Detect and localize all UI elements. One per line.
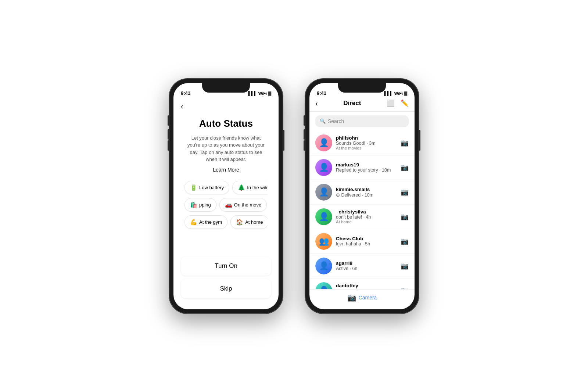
dm-item-phillsohn[interactable]: 👤 phillsohn Sounds Good! · 3m At the mov… [309, 131, 415, 155]
time-1: 9:41 [181, 90, 190, 96]
camera-bottom-label[interactable]: Camera [359, 295, 377, 301]
chip-at-home[interactable]: 🏠 At home [230, 215, 268, 229]
shopping-emoji: 🛍️ [190, 201, 197, 208]
home-emoji: 🏠 [236, 219, 243, 226]
skip-button[interactable]: Skip [181, 279, 271, 298]
in-the-wild-emoji: 🌲 [238, 184, 245, 191]
dm-message-phillsohn: Sounds Good! · 3m [336, 141, 397, 146]
dm-item-kimmie[interactable]: 👤 kimmie.smalls ⊕ Delivered · 10m 📷 [309, 180, 415, 205]
dm-username-markus19: markus19 [336, 162, 397, 168]
dm-avatar-phillsohn: 👤 [315, 134, 332, 151]
story-ring [315, 134, 332, 151]
dm-camera-phillsohn[interactable]: 📷 [401, 139, 409, 147]
signal-icon-1: ▌▌▌ [248, 91, 257, 96]
dm-username-sgarri8: sgarri8 [336, 260, 397, 266]
dm-avatar-sgarri8: 👤 [315, 258, 332, 274]
dm-avatar-inner: 👤 [315, 282, 332, 289]
dm-info-phillsohn: phillsohn Sounds Good! · 3m At the movie… [336, 135, 397, 150]
dm-avatar-inner: 👥 [315, 233, 332, 250]
dm-camera-dantoffey[interactable]: 📷 [401, 287, 409, 289]
dm-list: 👤 phillsohn Sounds Good! · 3m At the mov… [309, 131, 415, 289]
dm-message-markus19: Replied to your story · 10m [336, 168, 397, 173]
chips-row-1: 🔋 Low battery 🌲 In the wild ✈️ At t… [184, 181, 268, 194]
back-button-1[interactable]: ‹ [181, 102, 183, 110]
dm-avatar-chess: 👥 [315, 233, 332, 250]
dm-item-christy[interactable]: 👤 _christysilva don't be late! · 4h At h… [309, 205, 415, 229]
chip-on-the-move[interactable]: 🚗 On the move [219, 198, 267, 212]
dm-camera-kimmie[interactable]: 📷 [401, 188, 409, 196]
dm-message-sgarri8: Active · 6h [336, 266, 397, 271]
dm-avatar-inner: 👤 [315, 258, 332, 274]
chip-at-gym[interactable]: 💪 At the gym [184, 215, 227, 229]
dm-message-kimmie: ⊕ Delivered · 10m [336, 192, 397, 198]
auto-status-body: Auto Status Let your close friends know … [173, 111, 279, 256]
dm-avatar-inner: 👤 [315, 184, 332, 201]
dm-camera-chess[interactable]: 📷 [401, 237, 409, 245]
low-battery-label: Low battery [199, 185, 224, 190]
wifi-icon-2: WiFi [394, 91, 403, 96]
learn-more-link[interactable]: Learn More [213, 167, 239, 173]
dm-message-chess: lrjvr: hahaha · 5h [336, 241, 397, 247]
dm-sub-phillsohn: At the movies [336, 146, 397, 150]
chips-area: 🔋 Low battery 🌲 In the wild ✈️ At t… [184, 181, 268, 256]
dm-username-dantoffey: dantoffey [336, 283, 397, 288]
video-call-icon[interactable]: ⬜ [387, 99, 395, 107]
search-bar[interactable]: 🔍 Search [315, 115, 409, 127]
phone1-screen: 9:41 ▌▌▌ WiFi ▓ ‹ Auto Status Let your c… [173, 83, 279, 309]
time-2: 9:41 [317, 90, 326, 96]
chip-in-the-wild[interactable]: 🌲 In the wild [232, 181, 268, 194]
status-icons-2: ▌▌▌ WiFi ▓ [384, 91, 407, 96]
camera-bottom-icon[interactable]: 📷 [347, 293, 356, 302]
at-gym-label: At the gym [199, 219, 222, 225]
wifi-icon-1: WiFi [258, 91, 267, 96]
chip-low-battery[interactable]: 🔋 Low battery [184, 181, 229, 194]
compose-icon[interactable]: ✏️ [401, 99, 409, 107]
dm-avatar-markus19: 👤 [315, 159, 332, 176]
story-ring [315, 208, 332, 225]
at-home-label: At home [245, 219, 263, 225]
battery-icon-1: ▓ [268, 91, 271, 96]
dm-item-chess-club[interactable]: 👥 Chess Club lrjvr: hahaha · 5h 📷 [309, 229, 415, 254]
on-the-move-label: On the move [234, 202, 261, 208]
phone1-bottom-buttons: Turn On Skip [173, 256, 279, 309]
dm-avatar-dantoffey: 👤 [315, 282, 332, 289]
dm-username-chess: Chess Club [336, 236, 397, 241]
auto-status-description: Let your close friends know what you're … [184, 134, 268, 163]
dm-username-kimmie: kimmie.smalls [336, 187, 397, 192]
dm-camera-markus19[interactable]: 📷 [401, 163, 409, 172]
in-the-wild-label: In the wild [247, 185, 268, 190]
scene: 9:41 ▌▌▌ WiFi ▓ ‹ Auto Status Let your c… [154, 64, 434, 328]
auto-status-title: Auto Status [199, 118, 253, 129]
phone1-header: ‹ [173, 99, 279, 111]
dm-message-christy: don't be late! · 4h [336, 215, 397, 220]
car-emoji: 🚗 [225, 201, 232, 208]
dm-item-dantoffey[interactable]: 👤 dantoffey You sent a photo · 6h On the… [309, 278, 415, 289]
phone2-screen: 9:41 ▌▌▌ WiFi ▓ ‹ Direct ⬜ ✏️ 🔍 Searc [309, 83, 415, 309]
dm-info-christy: _christysilva don't be late! · 4h At hom… [336, 209, 397, 224]
battery-icon-2: ▓ [404, 91, 407, 96]
phone2-shell: 9:41 ▌▌▌ WiFi ▓ ‹ Direct ⬜ ✏️ 🔍 Searc [305, 79, 419, 314]
story-ring [315, 159, 332, 176]
dm-username-christy: _christysilva [336, 209, 397, 215]
dm-camera-sgarri8[interactable]: 📷 [401, 262, 409, 270]
direct-header-icons: ⬜ ✏️ [387, 99, 409, 107]
shopping-label: pping [199, 202, 211, 208]
notch1 [202, 83, 250, 93]
back-button-2[interactable]: ‹ [315, 99, 318, 108]
dm-camera-christy[interactable]: 📷 [401, 213, 409, 221]
chip-shopping[interactable]: 🛍️ pping [184, 198, 216, 212]
chips-row-3: 💪 At the gym 🏠 At home ⚡ Ch… [184, 215, 268, 229]
status-icons-1: ▌▌▌ WiFi ▓ [248, 91, 271, 96]
turn-on-button[interactable]: Turn On [181, 256, 271, 276]
chips-row-2: 🛍️ pping 🚗 On the move 🏖️ At the beac… [184, 198, 268, 212]
dm-item-markus19[interactable]: 👤 markus19 Replied to your story · 10m 📷 [309, 155, 415, 180]
phone1-content: ‹ Auto Status Let your close friends kno… [173, 99, 279, 309]
phone1-shell: 9:41 ▌▌▌ WiFi ▓ ‹ Auto Status Let your c… [169, 79, 283, 314]
direct-bottom-bar: 📷 Camera [309, 289, 415, 309]
dm-username-phillsohn: phillsohn [336, 135, 397, 141]
dm-info-dantoffey: dantoffey You sent a photo · 6h On the m… [336, 283, 397, 289]
dm-info-chess: Chess Club lrjvr: hahaha · 5h [336, 236, 397, 247]
dm-item-sgarri8[interactable]: 👤 sgarri8 Active · 6h 📷 [309, 254, 415, 278]
dm-info-markus19: markus19 Replied to your story · 10m [336, 162, 397, 173]
gym-emoji: 💪 [190, 219, 197, 226]
